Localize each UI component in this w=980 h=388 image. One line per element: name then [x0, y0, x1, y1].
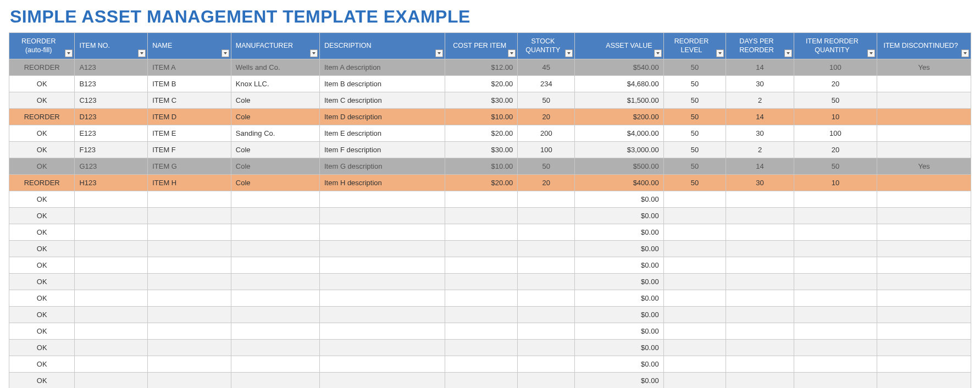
cell-item_no[interactable]: E123: [75, 125, 148, 142]
filter-dropdown-icon[interactable]: [435, 49, 443, 57]
cell-level[interactable]: 50: [663, 76, 726, 92]
column-header-level[interactable]: REORDER LEVEL: [663, 33, 726, 59]
cell-stock[interactable]: [518, 257, 575, 274]
cell-disc[interactable]: [877, 274, 971, 290]
cell-name[interactable]: [148, 340, 231, 356]
cell-item_no[interactable]: [75, 224, 148, 241]
cell-reqty[interactable]: [794, 290, 877, 307]
cell-reorder[interactable]: OK: [9, 307, 75, 323]
cell-disc[interactable]: Yes: [877, 59, 971, 76]
cell-asset[interactable]: $0.00: [575, 191, 663, 208]
cell-level[interactable]: [663, 191, 726, 208]
cell-cost[interactable]: $30.00: [445, 92, 518, 109]
cell-item_no[interactable]: D123: [75, 109, 148, 125]
cell-desc[interactable]: [319, 290, 445, 307]
cell-mfr[interactable]: [231, 191, 319, 208]
cell-cost[interactable]: [445, 323, 518, 340]
cell-reorder[interactable]: OK: [9, 92, 75, 109]
cell-mfr[interactable]: [231, 290, 319, 307]
cell-desc[interactable]: Item C description: [319, 92, 445, 109]
cell-desc[interactable]: [319, 257, 445, 274]
cell-mfr[interactable]: [231, 373, 319, 389]
cell-desc[interactable]: [319, 323, 445, 340]
cell-days[interactable]: [726, 274, 794, 290]
cell-stock[interactable]: [518, 373, 575, 389]
cell-days[interactable]: [726, 307, 794, 323]
cell-cost[interactable]: $30.00: [445, 142, 518, 158]
cell-item_no[interactable]: [75, 191, 148, 208]
cell-name[interactable]: [148, 307, 231, 323]
cell-reorder[interactable]: OK: [9, 241, 75, 257]
column-header-name[interactable]: NAME: [148, 33, 231, 59]
column-header-cost[interactable]: COST PER ITEM: [445, 33, 518, 59]
cell-desc[interactable]: [319, 373, 445, 389]
cell-reqty[interactable]: [794, 340, 877, 356]
cell-item_no[interactable]: C123: [75, 92, 148, 109]
cell-level[interactable]: [663, 257, 726, 274]
cell-level[interactable]: [663, 290, 726, 307]
cell-disc[interactable]: [877, 92, 971, 109]
cell-item_no[interactable]: H123: [75, 175, 148, 191]
cell-mfr[interactable]: Cole: [231, 158, 319, 175]
cell-name[interactable]: ITEM D: [148, 109, 231, 125]
cell-level[interactable]: 50: [663, 158, 726, 175]
cell-asset[interactable]: $4,000.00: [575, 125, 663, 142]
cell-level[interactable]: 50: [663, 175, 726, 191]
cell-stock[interactable]: [518, 224, 575, 241]
cell-days[interactable]: [726, 323, 794, 340]
cell-asset[interactable]: $0.00: [575, 208, 663, 224]
cell-days[interactable]: 30: [726, 175, 794, 191]
cell-asset[interactable]: $500.00: [575, 158, 663, 175]
cell-disc[interactable]: [877, 224, 971, 241]
cell-reqty[interactable]: [794, 323, 877, 340]
cell-days[interactable]: [726, 224, 794, 241]
filter-dropdown-icon[interactable]: [961, 49, 969, 57]
cell-name[interactable]: ITEM C: [148, 92, 231, 109]
filter-dropdown-icon[interactable]: [654, 49, 662, 57]
cell-name[interactable]: ITEM A: [148, 59, 231, 76]
cell-reqty[interactable]: [794, 241, 877, 257]
cell-reqty[interactable]: 10: [794, 175, 877, 191]
cell-level[interactable]: [663, 373, 726, 389]
cell-reorder[interactable]: OK: [9, 142, 75, 158]
cell-asset[interactable]: $0.00: [575, 274, 663, 290]
cell-level[interactable]: [663, 356, 726, 373]
filter-dropdown-icon[interactable]: [784, 49, 792, 57]
cell-reqty[interactable]: [794, 224, 877, 241]
cell-stock[interactable]: [518, 290, 575, 307]
cell-reqty[interactable]: 50: [794, 92, 877, 109]
cell-level[interactable]: [663, 323, 726, 340]
cell-cost[interactable]: [445, 224, 518, 241]
cell-reorder[interactable]: REORDER: [9, 175, 75, 191]
cell-cost[interactable]: [445, 307, 518, 323]
cell-days[interactable]: 14: [726, 59, 794, 76]
cell-cost[interactable]: $20.00: [445, 76, 518, 92]
cell-cost[interactable]: $20.00: [445, 125, 518, 142]
cell-level[interactable]: [663, 241, 726, 257]
cell-reorder[interactable]: OK: [9, 373, 75, 389]
cell-mfr[interactable]: Cole: [231, 142, 319, 158]
cell-reqty[interactable]: [794, 356, 877, 373]
cell-reqty[interactable]: 50: [794, 158, 877, 175]
cell-name[interactable]: [148, 241, 231, 257]
cell-disc[interactable]: [877, 373, 971, 389]
cell-reqty[interactable]: [794, 208, 877, 224]
cell-mfr[interactable]: Knox LLC.: [231, 76, 319, 92]
cell-name[interactable]: ITEM G: [148, 158, 231, 175]
cell-item_no[interactable]: [75, 257, 148, 274]
cell-stock[interactable]: [518, 307, 575, 323]
cell-mfr[interactable]: [231, 340, 319, 356]
cell-item_no[interactable]: G123: [75, 158, 148, 175]
cell-level[interactable]: [663, 208, 726, 224]
cell-item_no[interactable]: [75, 373, 148, 389]
cell-mfr[interactable]: [231, 257, 319, 274]
cell-disc[interactable]: [877, 307, 971, 323]
cell-asset[interactable]: $0.00: [575, 290, 663, 307]
cell-name[interactable]: [148, 257, 231, 274]
cell-item_no[interactable]: A123: [75, 59, 148, 76]
cell-cost[interactable]: [445, 208, 518, 224]
cell-asset[interactable]: $1,500.00: [575, 92, 663, 109]
cell-stock[interactable]: 200: [518, 125, 575, 142]
cell-cost[interactable]: [445, 274, 518, 290]
cell-cost[interactable]: $10.00: [445, 109, 518, 125]
